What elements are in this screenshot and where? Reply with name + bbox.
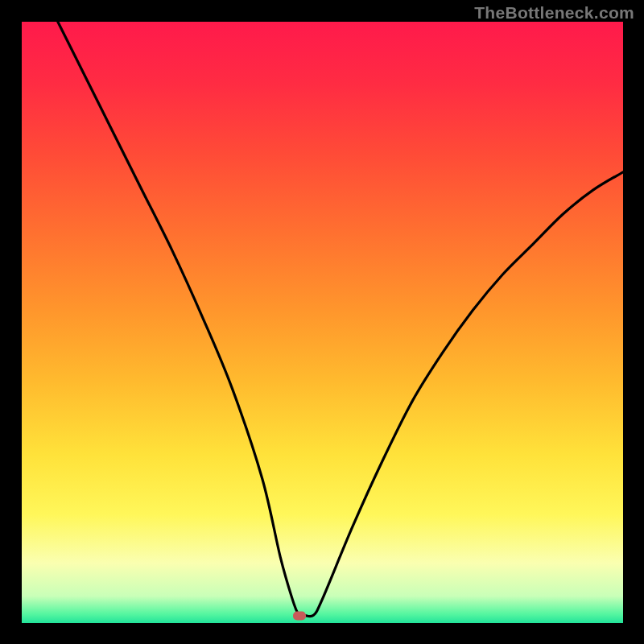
- chart-frame: TheBottleneck.com: [0, 0, 644, 644]
- watermark-text: TheBottleneck.com: [474, 3, 634, 23]
- minimum-marker: [293, 612, 306, 621]
- plot-area: [22, 22, 623, 623]
- bottleneck-curve: [22, 22, 623, 623]
